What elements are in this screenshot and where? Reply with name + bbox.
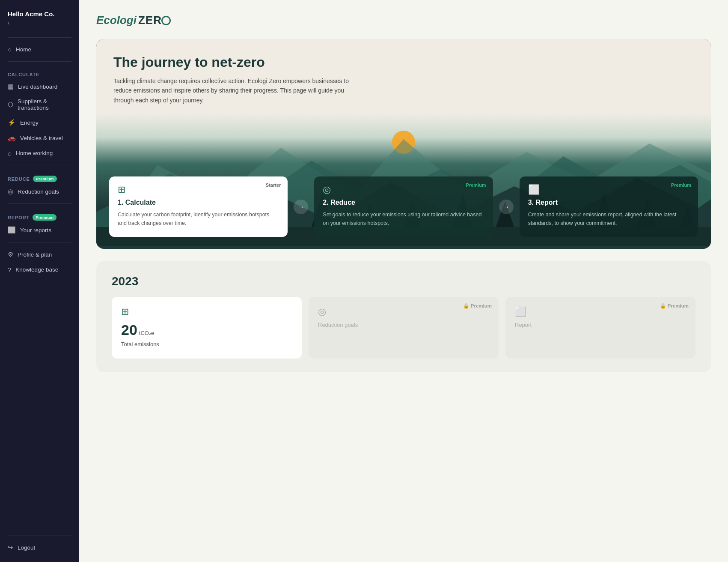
step-1-description: Calculate your carbon footprint, identif… — [118, 211, 279, 227]
emissions-icon: ⊞ — [121, 306, 292, 317]
sidebar-divider-3 — [8, 203, 71, 204]
stats-year: 2023 — [112, 275, 695, 288]
home-working-icon: ⌂ — [8, 149, 12, 157]
hero-card: The journey to net-zero Tackling climate… — [96, 39, 711, 249]
sidebar-divider-top — [8, 37, 71, 38]
reduce-section-label: REDUCE Premium — [0, 170, 79, 184]
logo-ecologi: Ecologi — [96, 14, 137, 27]
hero-title: The journey to net-zero — [113, 54, 694, 70]
report-premium-badge: Premium — [33, 214, 56, 221]
emissions-unit: tCO₂e — [139, 330, 154, 336]
sidebar-item-reduction-goals[interactable]: ◎ Reduction goals — [0, 184, 79, 199]
reduction-lock-badge: 🔒 Premium — [463, 303, 492, 309]
hero-top: The journey to net-zero Tackling climate… — [96, 39, 711, 114]
sidebar-item-logout[interactable]: ↪ Logout — [0, 540, 79, 555]
sidebar-item-live-dashboard[interactable]: ▦ Live dashboard — [0, 79, 79, 94]
sidebar-item-suppliers[interactable]: ⬡ Suppliers & transactions — [0, 94, 79, 115]
stat-card-report: 🔒 Premium ⬜ Report — [505, 297, 695, 359]
stats-cards-container: ⊞ 20 tCO₂e Total emissions 🔒 Premium ◎ R… — [112, 297, 695, 359]
step-3-description: Create and share your emissions report, … — [528, 211, 689, 227]
sidebar-item-vehicles[interactable]: 🚗 Vehicles & travel — [0, 130, 79, 146]
sidebar-item-home[interactable]: ○ Home — [0, 42, 79, 57]
emissions-value: 20 — [121, 322, 137, 338]
sidebar-item-profile-plan[interactable]: ⚙ Profile & plan — [0, 247, 79, 262]
sidebar-divider-5 — [8, 535, 71, 535]
sidebar-item-knowledge-base[interactable]: ? Knowledge base — [0, 262, 79, 277]
ecologi-profile-link[interactable]: ‹ — [8, 20, 71, 26]
report-lock-badge: 🔒 Premium — [660, 303, 689, 309]
step-3-icon: ⬜ — [528, 184, 540, 195]
arrow-2: → — [499, 200, 514, 214]
chevron-left-icon: ‹ — [8, 20, 9, 26]
step-card-calculate: Starter ⊞ 1. Calculate Calculate your ca… — [109, 176, 288, 237]
emissions-label: Total emissions — [121, 341, 292, 347]
step-card-reduce: Premium ◎ 2. Reduce Set goals to reduce … — [314, 176, 493, 237]
sidebar-divider-2 — [8, 165, 71, 165]
step-2-icon: ◎ — [323, 184, 331, 195]
logout-icon: ↪ — [8, 544, 13, 551]
sidebar-divider-4 — [8, 242, 71, 242]
arrow-1: → — [294, 200, 308, 214]
step-2-description: Set goals to reduce your emissions using… — [323, 211, 484, 227]
hero-description: Tackling climate change requires collect… — [113, 76, 353, 105]
dashboard-icon: ▦ — [8, 83, 14, 90]
sidebar-item-home-working[interactable]: ⌂ Home working — [0, 146, 79, 161]
step-2-title: 2. Reduce — [323, 199, 484, 206]
step-1-title: 1. Calculate — [118, 199, 279, 206]
step-cards-container: Starter ⊞ 1. Calculate Calculate your ca… — [109, 176, 698, 237]
reduction-goals-icon: ◎ — [8, 188, 13, 195]
vehicles-icon: 🚗 — [8, 134, 16, 142]
reports-icon: ⬜ — [8, 226, 16, 234]
company-name: Hello Acme Co. — [8, 10, 71, 18]
report-label: Report — [515, 322, 686, 328]
sidebar: Hello Acme Co. ‹ ○ Home CALCULATE ▦ Live… — [0, 0, 79, 562]
logo-zero: ZER — [138, 14, 171, 27]
stat-card-emissions: ⊞ 20 tCO₂e Total emissions — [112, 297, 302, 359]
hero-mountain-scene: Starter ⊞ 1. Calculate Calculate your ca… — [96, 114, 711, 246]
lock-icon-1: 🔒 — [463, 303, 469, 309]
suppliers-icon: ⬡ — [8, 101, 13, 108]
step-2-badge: Premium — [466, 182, 486, 188]
lock-icon-2: 🔒 — [660, 303, 666, 309]
main-content: Ecologi ZER The journey to net-zero Tack… — [79, 0, 728, 562]
calculate-section-label: CALCULATE — [0, 66, 79, 79]
stats-section: 2023 ⊞ 20 tCO₂e Total emissions 🔒 Premiu… — [96, 261, 711, 372]
step-3-badge: Premium — [671, 182, 691, 188]
emissions-value-row: 20 tCO₂e — [121, 322, 292, 338]
knowledge-icon: ? — [8, 266, 11, 273]
step-1-icon: ⊞ — [118, 184, 125, 195]
reduction-label: Reduction goals — [318, 322, 489, 328]
step-1-badge: Starter — [266, 182, 281, 188]
sidebar-item-your-reports[interactable]: ⬜ Your reports — [0, 222, 79, 238]
sidebar-divider-1 — [8, 61, 71, 62]
report-section-label: REPORT Premium — [0, 208, 79, 222]
logo: Ecologi ZER — [96, 14, 711, 27]
sidebar-item-energy[interactable]: ⚡ Energy — [0, 115, 79, 130]
logo-o-circle — [161, 16, 171, 25]
step-card-report: Premium ⬜ 3. Report Create and share you… — [520, 176, 698, 237]
stat-card-reduction-goals: 🔒 Premium ◎ Reduction goals — [309, 297, 499, 359]
step-3-title: 3. Report — [528, 199, 689, 206]
profile-icon: ⚙ — [8, 251, 13, 258]
energy-icon: ⚡ — [8, 119, 16, 126]
home-icon: ○ — [8, 46, 12, 53]
reduce-premium-badge: Premium — [33, 176, 57, 182]
